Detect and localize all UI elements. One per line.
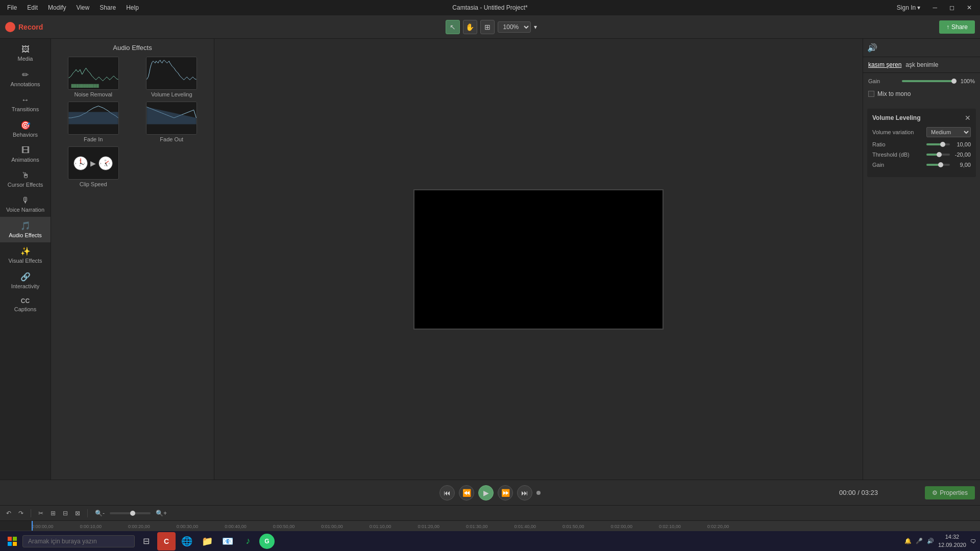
effects-grid: ▓▓▓▓▓▓▓▓▓▓▓ Noise Removal Volume Levelin…	[56, 57, 209, 187]
sidebar-label-annotations: Annotations	[10, 81, 40, 87]
vl-variation-select[interactable]: Medium	[926, 127, 971, 137]
toolbar-left: Record	[5, 22, 43, 32]
sidebar-item-media[interactable]: 🖼 Media	[0, 41, 51, 66]
menu-view[interactable]: View	[73, 3, 92, 12]
menu-modify[interactable]: Modify	[45, 3, 69, 12]
paste-button[interactable]: ⊟	[61, 509, 70, 518]
share-button[interactable]: ↑ Share	[939, 20, 975, 34]
behaviors-icon: 🎯	[20, 120, 31, 130]
record-button[interactable]: Record	[5, 22, 43, 32]
sidebar-item-behaviors[interactable]: 🎯 Behaviors	[0, 116, 51, 142]
start-button[interactable]	[4, 533, 20, 549]
visual-effects-icon: ✨	[20, 246, 31, 256]
taskbar-app-files[interactable]: 📁	[198, 532, 216, 550]
crop-tool-button[interactable]: ⊞	[480, 20, 495, 34]
effect-fade-in[interactable]: Fade In	[56, 102, 131, 142]
sidebar-item-interactivity[interactable]: 🔗 Interactivity	[0, 268, 51, 293]
vl-close-button[interactable]: ✕	[965, 114, 971, 122]
svg-rect-26	[13, 542, 17, 546]
taskbar-app-edge[interactable]: 🌐	[178, 532, 196, 550]
interactivity-icon: 🔗	[20, 272, 31, 282]
properties-button[interactable]: ⚙ Properties	[925, 486, 975, 499]
taskbar-clock: 14:32 12.09.2020	[938, 533, 966, 549]
zoom-in-button[interactable]: 🔍+	[154, 509, 169, 518]
clock-thumb: 12 6 9 3 ▶ 12 6 9	[73, 156, 113, 171]
sidebar-item-audio-effects[interactable]: 🎵 Audio Effects	[0, 217, 51, 242]
skip-forward-button[interactable]: ⏭	[517, 485, 532, 500]
taskbar-app-camtasia[interactable]: C	[157, 532, 176, 550]
sidebar-label-audio-effects: Audio Effects	[9, 232, 42, 238]
vl-gain-thumb[interactable]	[938, 162, 943, 167]
cut-button[interactable]: ✂	[36, 509, 45, 518]
svg-marker-4	[68, 112, 118, 124]
menu-edit[interactable]: Edit	[24, 3, 41, 12]
sidebar-item-animations[interactable]: 🎞 Animations	[0, 142, 51, 167]
toolbar-center: ↖ ✋ ⊞ 100% ▾	[47, 20, 935, 34]
step-back-button[interactable]: ⏪	[459, 485, 474, 500]
vl-threshold-label: Threshold (dB)	[872, 152, 923, 158]
gain-slider-thumb[interactable]	[951, 79, 957, 84]
close-button[interactable]: ✕	[963, 3, 976, 12]
undo-button[interactable]: ↶	[4, 509, 13, 518]
menu-share[interactable]: Share	[96, 3, 119, 12]
vl-gain-label: Gain	[872, 162, 923, 168]
pan-tool-button[interactable]: ✋	[463, 20, 477, 34]
mix-mono-label: Mix to mono	[877, 90, 911, 97]
skip-back-button[interactable]: ⏮	[439, 485, 455, 500]
effect-clip-speed[interactable]: 12 6 9 3 ▶ 12 6 9	[56, 146, 131, 187]
main-toolbar: Record ↖ ✋ ⊞ 100% ▾ ↑ Share	[0, 15, 980, 39]
gain-slider[interactable]	[902, 80, 954, 82]
menu-file[interactable]: File	[4, 3, 20, 12]
sidebar-item-cursor-effects[interactable]: 🖱 Cursor Effects	[0, 167, 51, 192]
effect-noise-removal[interactable]: ▓▓▓▓▓▓▓▓▓▓▓ Noise Removal	[56, 57, 131, 97]
sign-in-button[interactable]: Sign In ▾	[893, 3, 925, 12]
record-label: Record	[18, 23, 43, 31]
select-tool-button[interactable]: ↖	[446, 20, 460, 34]
taskbar-app-spotify[interactable]: ♪	[239, 532, 257, 550]
mix-mono-checkbox[interactable]	[868, 91, 874, 97]
taskbar-search-input[interactable]	[22, 535, 135, 547]
redo-button[interactable]: ↷	[16, 509, 26, 518]
toolbar-separator-2	[87, 509, 88, 517]
vl-gain-slider[interactable]	[926, 164, 950, 166]
ruler-30: 0:00:30,00	[177, 524, 199, 529]
sidebar-item-voice-narration[interactable]: 🎙 Voice Narration	[0, 192, 51, 217]
split-button[interactable]: ⊠	[73, 509, 82, 518]
taskbar-app-green[interactable]: G	[259, 534, 275, 549]
ruler-marks: 0:00:00,00 0:00:10,00 0:00:20,00 0:00:30…	[32, 524, 755, 529]
taskbar-task-view[interactable]: ⊟	[137, 532, 155, 550]
menu-help[interactable]: Help	[123, 3, 142, 12]
effect-fade-out[interactable]: Fade Out	[135, 102, 209, 142]
fade-in-label: Fade In	[84, 136, 103, 142]
effect-volume-leveling[interactable]: Volume Leveling	[135, 57, 209, 97]
time-total: 03:23	[861, 489, 878, 496]
zoom-thumb[interactable]	[130, 511, 135, 516]
zoom-slider[interactable]	[110, 512, 151, 514]
minimize-button[interactable]: ─	[928, 3, 941, 12]
sidebar-item-visual-effects[interactable]: ✨ Visual Effects	[0, 242, 51, 268]
taskbar-app-mail[interactable]: 📧	[218, 532, 237, 550]
vl-ratio-thumb[interactable]	[940, 142, 945, 147]
sidebar-item-transitions[interactable]: ↔ Transitions	[0, 91, 51, 116]
zoom-out-button[interactable]: 🔍-	[93, 509, 107, 518]
vl-ratio-slider[interactable]	[926, 143, 950, 145]
ruler-40: 0:00:40,00	[225, 524, 247, 529]
audio-settings: Gain 100% Mix to mono	[863, 73, 980, 105]
volume-leveling-label: Volume Leveling	[151, 91, 192, 97]
track-name-2[interactable]: aşk benimle	[905, 61, 938, 68]
restore-button[interactable]: ◻	[945, 3, 959, 12]
play-button[interactable]: ▶	[478, 485, 494, 500]
svg-text:12: 12	[105, 159, 107, 161]
transport-bar: ⏮ ⏪ ▶ ⏩ ⏭ 00:00 / 03:23 ⚙ Properties	[0, 480, 980, 505]
taskbar-notifications-button[interactable]: 🗨	[970, 538, 976, 544]
copy-tracks-button[interactable]: ⊞	[48, 509, 58, 518]
track-name-1[interactable]: kasım şeren	[868, 61, 901, 68]
step-forward-button[interactable]: ⏩	[498, 485, 513, 500]
vl-title: Volume Leveling	[872, 114, 920, 121]
sidebar-item-annotations[interactable]: ✏ Annotations	[0, 66, 51, 91]
share-label: Share	[951, 23, 968, 31]
sidebar-item-captions[interactable]: CC Captions	[0, 293, 51, 316]
vl-threshold-thumb[interactable]	[937, 152, 942, 157]
vl-threshold-slider[interactable]	[926, 154, 950, 156]
zoom-select[interactable]: 100%	[498, 21, 531, 33]
